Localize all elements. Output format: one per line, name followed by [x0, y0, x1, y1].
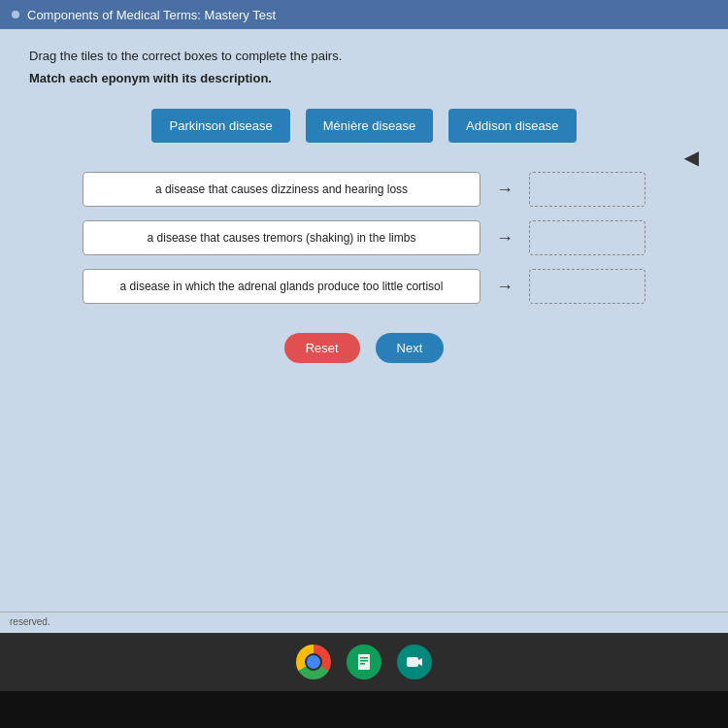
instruction-line2: Match each eponym with its description. [29, 71, 699, 85]
description-dizziness: a disease that causes dizziness and hear… [83, 172, 480, 207]
description-tremors: a disease that causes tremors (shaking) … [83, 220, 480, 255]
tiles-row: Parkinson disease Ménière disease Addiso… [29, 109, 699, 143]
svg-rect-0 [358, 654, 370, 670]
meet-svg [405, 652, 424, 672]
instruction-line1: Drag the tiles to the correct boxes to c… [29, 49, 699, 63]
svg-rect-4 [407, 657, 418, 667]
main-content: ▶ Drag the tiles to the correct boxes to… [0, 29, 728, 612]
svg-rect-3 [360, 663, 365, 665]
match-row-dizziness: a disease that causes dizziness and hear… [83, 172, 645, 207]
description-adrenal: a disease in which the adrenal glands pr… [83, 269, 480, 304]
sheets-svg [354, 652, 374, 672]
tile-parkinson[interactable]: Parkinson disease [151, 109, 289, 143]
meet-icon[interactable] [397, 645, 432, 679]
button-row: Reset Next [29, 333, 699, 363]
screen: Components of Medical Terms: Mastery Tes… [0, 0, 728, 728]
title-dot [12, 11, 19, 18]
match-area: a disease that causes dizziness and hear… [29, 172, 699, 304]
svg-rect-2 [360, 660, 368, 662]
tile-addison[interactable]: Addison disease [448, 109, 576, 143]
sheets-icon[interactable] [347, 645, 381, 679]
arrow-2: → [490, 277, 519, 297]
arrow-0: → [490, 180, 519, 200]
title-bar: Components of Medical Terms: Mastery Tes… [0, 0, 728, 29]
chrome-icon[interactable] [296, 645, 331, 679]
cursor-icon: ▶ [684, 146, 699, 169]
match-row-tremors: a disease that causes tremors (shaking) … [83, 220, 645, 255]
svg-rect-1 [360, 657, 368, 659]
arrow-1: → [490, 228, 519, 248]
footer: reserved. [0, 612, 728, 633]
dark-bar [0, 691, 728, 728]
match-row-adrenal: a disease in which the adrenal glands pr… [83, 269, 645, 304]
tile-meniere[interactable]: Ménière disease [306, 109, 433, 143]
svg-marker-5 [418, 658, 422, 666]
drop-box-2[interactable] [529, 269, 645, 304]
reset-button[interactable]: Reset [284, 333, 360, 363]
taskbar [0, 633, 728, 691]
next-button[interactable]: Next [376, 333, 445, 363]
title-text: Components of Medical Terms: Mastery Tes… [27, 8, 276, 22]
drop-box-0[interactable] [529, 172, 645, 207]
footer-text: reserved. [10, 616, 50, 627]
drop-box-1[interactable] [529, 220, 645, 255]
